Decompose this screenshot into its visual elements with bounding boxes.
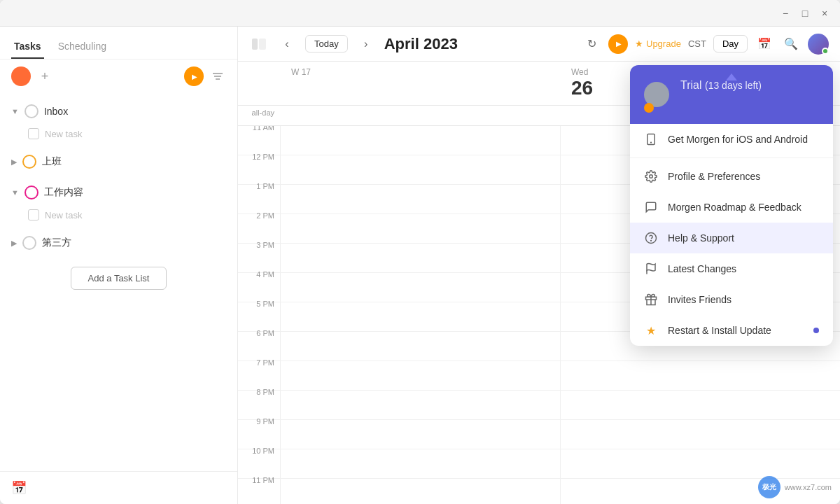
menu-label: Restart & Install Update <box>668 325 804 336</box>
header-play-button[interactable] <box>608 34 628 54</box>
menu-item-help[interactable]: Help & Support <box>630 223 833 253</box>
time-col-left <box>280 302 560 331</box>
menu-item-ios-android[interactable]: Get Morgen for iOS and Android <box>630 124 833 155</box>
search-icon[interactable]: 🔍 <box>781 34 801 54</box>
time-col-left <box>280 244 560 272</box>
shangban-chevron: ▶ <box>11 158 17 167</box>
calendar-footer-icon[interactable]: 📅 <box>11 481 27 495</box>
time-col-right <box>560 391 840 419</box>
disanfang-header[interactable]: ▶ 第三方 <box>0 230 237 255</box>
gongzuo-chevron: ▼ <box>11 188 19 197</box>
today-button[interactable]: Today <box>305 35 348 52</box>
gear-icon <box>644 169 658 183</box>
list-item[interactable]: New task <box>0 205 237 225</box>
roadmap-icon <box>644 200 658 214</box>
section-disanfang: ▶ 第三方 <box>0 230 237 255</box>
view-selector[interactable]: Day <box>713 35 748 52</box>
time-col-right <box>560 449 840 478</box>
help-icon <box>644 231 658 245</box>
menu-label: Profile & Preferences <box>668 171 819 182</box>
titlebar: − □ × <box>0 0 840 27</box>
list-item[interactable]: New task <box>0 124 237 144</box>
orange-circle-icon[interactable] <box>11 66 31 86</box>
inbox-circle <box>24 104 38 118</box>
menu-divider <box>630 158 833 158</box>
gift-icon <box>644 293 658 307</box>
time-row-8pm: 8 PM <box>238 391 840 420</box>
sidebar-toolbar: + <box>0 59 237 93</box>
trial-label: Trial (13 days left) <box>680 79 762 92</box>
inbox-header[interactable]: ▼ Inbox <box>0 99 237 124</box>
menu-item-changes[interactable]: Latest Changes <box>630 253 833 284</box>
menu-label: Help & Support <box>668 232 819 244</box>
task-checkbox[interactable] <box>28 209 39 220</box>
allday-col-left <box>280 106 560 125</box>
menu-label: Get Morgen for iOS and Android <box>668 134 819 145</box>
sidebar: Tasks Scheduling + <box>0 27 238 504</box>
disanfang-chevron: ▶ <box>11 239 17 248</box>
dropdown-header: Trial (13 days left) <box>630 65 833 124</box>
close-button[interactable]: × <box>818 6 832 20</box>
sidebar-tabs: Tasks Scheduling <box>0 27 237 59</box>
refresh-icon[interactable]: ↻ <box>582 34 601 54</box>
time-col-left <box>280 420 560 449</box>
time-col-left <box>280 391 560 419</box>
time-col-right <box>560 420 840 449</box>
section-gongzuo: ▼ 工作内容 New task <box>0 180 237 225</box>
time-row-7pm: 7 PM <box>238 361 840 391</box>
maximize-button[interactable]: □ <box>798 6 812 20</box>
star-icon: ★ <box>635 38 643 49</box>
task-label: New task <box>45 129 82 139</box>
watermark-logo: 极光 <box>758 476 780 498</box>
minimize-button[interactable]: − <box>778 6 792 20</box>
sidebar-content: ▼ Inbox New task ▶ 上班 <box>0 93 237 471</box>
inbox-chevron: ▼ <box>11 107 19 115</box>
upgrade-button[interactable]: ★ Upgrade <box>635 38 681 49</box>
shangban-title: 上班 <box>42 155 62 168</box>
allday-label: all-day <box>238 106 280 125</box>
filter-button[interactable] <box>209 68 226 85</box>
menu-item-roadmap[interactable]: Morgen Roadmap & Feedback <box>630 192 833 223</box>
day-label-w17: W 17 <box>291 67 549 77</box>
time-label: 11 PM <box>238 473 280 504</box>
calendar-header: ‹ Today › April 2023 ↻ ★ Upgrade CST Day… <box>238 27 840 62</box>
sidebar-footer: 📅 <box>0 471 237 504</box>
gongzuo-header[interactable]: ▼ 工作内容 <box>0 180 237 205</box>
tab-scheduling[interactable]: Scheduling <box>55 35 109 59</box>
time-row-11pm: 11 PM <box>238 479 840 504</box>
calendar-icon[interactable]: 📅 <box>755 34 774 54</box>
sidebar-toggle-button[interactable] <box>249 34 269 54</box>
prev-button[interactable]: ‹ <box>277 34 297 54</box>
section-shangban: ▶ 上班 <box>0 149 237 174</box>
menu-item-restart[interactable]: ★ Restart & Install Update <box>630 315 833 346</box>
menu-label: Latest Changes <box>668 263 819 274</box>
menu-item-invite[interactable]: Invites Friends <box>630 284 833 315</box>
menu-item-profile[interactable]: Profile & Preferences <box>630 161 833 192</box>
avatar[interactable] <box>808 34 829 55</box>
next-button[interactable]: › <box>356 34 376 54</box>
time-col-left <box>280 126 560 155</box>
time-col-left <box>280 479 560 504</box>
svg-rect-4 <box>259 38 266 50</box>
time-col-left <box>280 155 560 184</box>
task-label: New task <box>45 210 82 220</box>
flag-icon <box>644 262 658 276</box>
time-col-left <box>280 214 560 243</box>
dropdown-menu: Trial (13 days left) Get Morgen for iOS … <box>630 65 833 346</box>
avatar-status-dot <box>822 48 829 55</box>
mobile-icon <box>644 132 658 146</box>
menu-label: Morgen Roadmap & Feedback <box>668 202 819 213</box>
time-col-left <box>280 361 560 390</box>
tab-tasks[interactable]: Tasks <box>11 35 44 59</box>
svg-rect-3 <box>252 38 258 50</box>
add-task-list-button[interactable]: Add a Task List <box>71 267 167 290</box>
task-checkbox[interactable] <box>28 128 39 139</box>
time-col-left <box>280 332 560 360</box>
watermark-text: www.xz7.com <box>785 483 832 491</box>
time-row-10pm: 10 PM <box>238 449 840 479</box>
calendar-area: ‹ Today › April 2023 ↻ ★ Upgrade CST Day… <box>238 27 840 504</box>
shangban-header[interactable]: ▶ 上班 <box>0 149 237 174</box>
add-button[interactable]: + <box>36 68 53 85</box>
update-dot <box>813 328 819 333</box>
play-button[interactable] <box>184 66 204 86</box>
